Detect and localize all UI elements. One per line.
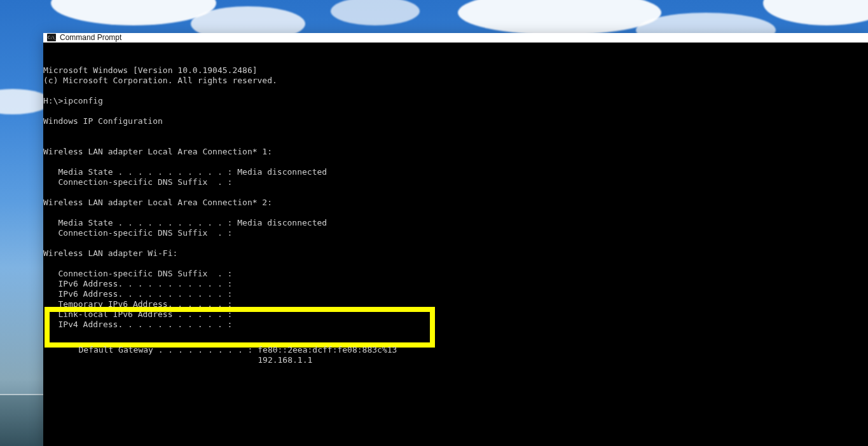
desktop-background: Command Prompt Microsoft Windows [Versio… — [0, 0, 868, 446]
titlebar[interactable]: Command Prompt — [43, 33, 868, 43]
terminal-output[interactable]: Microsoft Windows [Version 10.0.19045.24… — [43, 43, 868, 446]
cloud-decor — [763, 0, 868, 25]
cloud-decor — [458, 0, 661, 35]
gateway-line-2: 192.168.1.1 — [62, 355, 313, 365]
command-prompt-window: Command Prompt Microsoft Windows [Versio… — [43, 33, 868, 446]
window-title: Command Prompt — [60, 33, 121, 42]
terminal-lines-before: Microsoft Windows [Version 10.0.19045.24… — [43, 65, 868, 330]
gateway-line-1: Default Gateway . . . . . . . . . : fe80… — [62, 345, 398, 355]
highlight-spacer — [43, 401, 868, 445]
cloud-decor — [331, 0, 420, 25]
cmd-icon — [47, 34, 56, 41]
